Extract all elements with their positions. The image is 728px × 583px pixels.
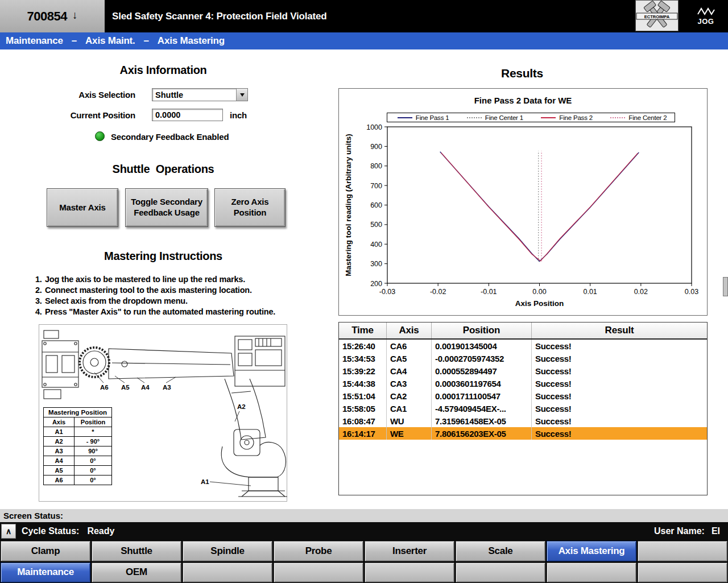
mastering-table-row: A40° [44, 456, 112, 466]
table-row[interactable]: 15:58:05CA1-4.579409454EX-...Success! [339, 402, 707, 415]
screen-status-label: Screen Status: [3, 511, 63, 520]
breadcrumb-separator: – [144, 35, 149, 47]
table-row[interactable]: 16:08:47WU7.315961458EX-05Success! [339, 415, 707, 427]
toggle-secondary-feedback-button[interactable]: Toggle Secondary Feedback Usage [125, 188, 208, 227]
svg-text:900: 900 [370, 143, 382, 151]
legend-entry: Fine Pass 1 [387, 114, 459, 121]
screen-status-bar: Screen Status: [0, 509, 728, 522]
current-position-label: Current Position [51, 110, 135, 120]
nav-scale[interactable]: Scale [456, 541, 545, 561]
alarm-number: 700854 [27, 9, 67, 24]
current-position-input[interactable]: 0.0000 [152, 109, 223, 121]
svg-text:0.03: 0.03 [685, 288, 698, 296]
nav-maintenance[interactable]: Maintenance [1, 563, 90, 583]
robot-axis-label-a5: A5 [121, 384, 130, 391]
axis-selection-label: Axis Selection [56, 90, 135, 100]
results-table-header: Time Axis Position Result [339, 322, 707, 340]
alarm-message: Sled Safety Scanner 4: Protection Field … [112, 0, 326, 32]
svg-text:600: 600 [370, 201, 382, 209]
chart-title: Fine Pass 2 Data for WE [339, 96, 707, 105]
breadcrumb-item-maintenance: Maintenance [6, 35, 63, 47]
svg-text:300: 300 [370, 260, 382, 268]
legend-entry: Fine Center 1 [459, 114, 531, 121]
nav-spindle[interactable]: Spindle [183, 541, 272, 561]
table-row-selected[interactable]: 16:14:17WE7.806156203EX-05Success! [339, 427, 707, 440]
svg-text:-0.03: -0.03 [379, 288, 396, 296]
chevron-down-icon[interactable] [236, 89, 247, 101]
jog-zigzag-icon [697, 7, 715, 16]
svg-text:800: 800 [370, 162, 382, 170]
mastering-table-row: A2- 90° [44, 437, 112, 446]
nav-oem[interactable]: OEM [92, 563, 181, 583]
instruction-step: 1.Jog the axis to be mastered to line up… [35, 274, 275, 285]
table-row[interactable]: 15:44:38CA30.0003601197654Success! [339, 377, 707, 390]
legend-entry: Fine Pass 2 [531, 114, 603, 121]
nav-empty-slot [274, 563, 363, 583]
nav-empty-slot [183, 563, 272, 583]
collapse-button[interactable]: ∧ [1, 524, 16, 539]
nav-inserter[interactable]: Inserter [365, 541, 454, 561]
results-table-body: 15:26:40CA60.001901345004Success!15:34:5… [339, 340, 707, 440]
brand-logo: ECTROIMPA [635, 0, 679, 31]
user-name-label: User Name: [654, 526, 705, 536]
svg-text:-0.01: -0.01 [481, 288, 497, 296]
mastering-table-row: A50° [44, 466, 112, 476]
breadcrumb-item-axis-mastering: Axis Mastering [158, 35, 225, 47]
mastering-table-body: A1*A2- 90°A390°A40°A50°A60° [44, 427, 112, 485]
nav-shuttle[interactable]: Shuttle [92, 541, 181, 561]
mastering-table-row: A60° [44, 476, 112, 485]
svg-text:500: 500 [370, 221, 382, 229]
column-header-result: Result [532, 322, 707, 338]
svg-text:Mastering tool reading (Arbitr: Mastering tool reading (Arbitrary units) [344, 134, 353, 276]
jog-label: JOG [698, 17, 714, 26]
top-alarm-bar: 700854 ↓ Sled Safety Scanner 4: Protecti… [0, 0, 728, 32]
user-name-value: EI [712, 526, 720, 536]
table-row[interactable]: 15:26:40CA60.001901345004Success! [339, 340, 707, 352]
softkey-nav: ClampShuttleSpindleProbeInserterScaleAxi… [0, 540, 728, 583]
scrollbar-thumb[interactable] [723, 277, 728, 296]
table-row[interactable]: 15:39:22CA40.000552894497Success! [339, 365, 707, 377]
svg-text:1000: 1000 [366, 123, 382, 131]
legend-entry: Fine Center 2 [603, 114, 675, 121]
mastering-position-table: Mastering Position Axis Position A1*A2- … [43, 407, 112, 485]
instructions-list: 1.Jog the axis to be mastered to line up… [35, 274, 275, 317]
robot-axis-label-a6: A6 [100, 384, 109, 391]
column-header-time: Time [339, 322, 387, 338]
shuttle-operations-title: Shuttle Operations [78, 163, 249, 176]
secondary-feedback-label: Secondary Feedback Enabled [111, 132, 229, 142]
jog-mode-indicator: JOG [689, 1, 722, 31]
secondary-feedback-led [95, 131, 105, 141]
svg-text:0.02: 0.02 [634, 288, 648, 296]
results-table: Time Axis Position Result 15:26:40CA60.0… [338, 322, 708, 495]
robot-axis-label-a3: A3 [163, 384, 171, 391]
alarm-down-arrow-icon: ↓ [72, 9, 78, 22]
user-name-area: User Name: EI [654, 526, 720, 536]
robot-diagram: A6 A5 A4 A3 A2 A1 Mastering Position Axi… [39, 324, 287, 502]
zero-axis-position-button[interactable]: Zero Axis Position [214, 188, 286, 227]
table-row[interactable]: 15:51:04CA20.0001711100547Success! [339, 390, 707, 402]
nav-clamp[interactable]: Clamp [1, 541, 90, 561]
svg-text:0.01: 0.01 [583, 288, 597, 296]
mastering-table-title: Mastering Position [44, 408, 112, 417]
svg-text:-0.02: -0.02 [430, 288, 446, 296]
brand-logo-text: ECTROIMPA [644, 14, 670, 19]
alarm-number-box[interactable]: 700854 ↓ [0, 0, 106, 32]
axis-selection-value: Shuttle [152, 90, 236, 100]
nav-probe[interactable]: Probe [274, 541, 363, 561]
cycle-status-value: Ready [87, 526, 114, 536]
nav-empty-slot [365, 563, 454, 583]
breadcrumb-item-axis-maint: Axis Maint. [85, 35, 135, 47]
column-header-position: Position [432, 322, 532, 338]
nav-empty-slot [456, 563, 545, 583]
table-row[interactable]: 15:34:53CA5-0.0002705974352Success! [339, 352, 707, 365]
axis-selection-dropdown[interactable]: Shuttle [152, 88, 248, 101]
crossed-hammers-icon: ECTROIMPA [636, 1, 678, 31]
nav-axis-mastering[interactable]: Axis Mastering [547, 541, 636, 561]
column-header-axis: Axis [387, 322, 432, 338]
master-axis-button[interactable]: Master Axis [47, 188, 118, 227]
robot-axis-label-a1: A1 [201, 478, 209, 485]
cycle-status-bar: ∧ Cycle Status: Ready User Name: EI [0, 522, 728, 540]
mastering-table-row: A390° [44, 446, 112, 456]
mastering-col-position: Position [75, 417, 112, 427]
instruction-step: 2.Connect mastering tool to the axis mas… [35, 285, 275, 296]
